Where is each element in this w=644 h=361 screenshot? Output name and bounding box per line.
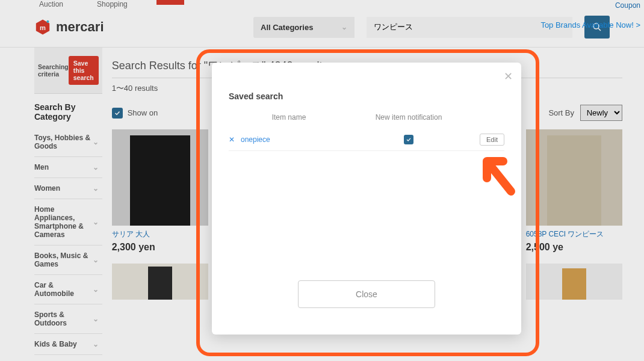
annotation-highlight xyxy=(196,49,539,356)
